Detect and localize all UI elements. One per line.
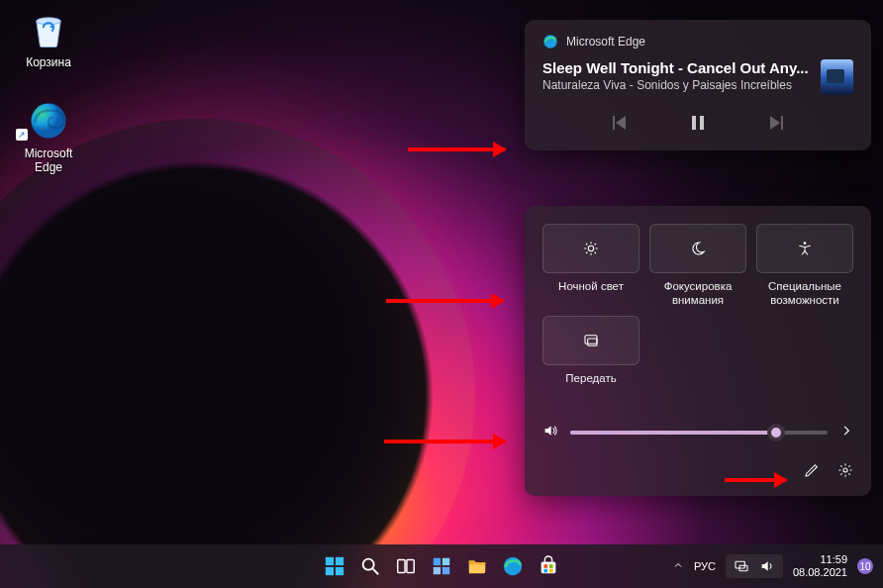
volume-slider[interactable] (570, 431, 828, 435)
svg-rect-18 (326, 557, 334, 565)
svg-line-11 (595, 252, 596, 253)
chevron-up-icon (672, 559, 684, 571)
gear-icon (837, 462, 853, 478)
edge-icon (502, 555, 524, 577)
desktop-icon-label: Microsoft Edge (10, 147, 87, 174)
recycle-bin-icon (28, 9, 69, 50)
volume-expand-button[interactable] (839, 424, 853, 441)
speaker-icon (759, 558, 775, 574)
network-icon (734, 558, 749, 574)
widgets-button[interactable] (427, 551, 456, 581)
edge-taskbar-button[interactable] (498, 551, 528, 581)
svg-rect-20 (326, 567, 334, 575)
play-pause-button[interactable] (688, 113, 708, 133)
svg-line-12 (586, 252, 587, 253)
svg-rect-15 (585, 335, 597, 343)
tray-chevron-button[interactable] (672, 559, 684, 573)
svg-rect-25 (407, 560, 414, 573)
settings-button[interactable] (837, 462, 853, 482)
svg-line-10 (586, 244, 587, 245)
language-indicator[interactable]: РУС (694, 560, 716, 572)
shortcut-overlay-icon: ↗ (16, 129, 28, 141)
night-light-button[interactable] (542, 224, 639, 273)
svg-rect-33 (549, 564, 553, 568)
taskbar-clock[interactable]: 11:59 08.08.2021 (793, 553, 847, 578)
brightness-icon (583, 241, 599, 256)
media-control-panel: Microsoft Edge Sleep Well Tonight - Canc… (525, 20, 871, 150)
accessibility-icon (797, 241, 813, 256)
search-button[interactable] (355, 551, 385, 581)
svg-rect-35 (549, 569, 553, 573)
svg-point-14 (804, 242, 807, 245)
qs-label: Ночной свет (542, 279, 639, 307)
svg-rect-31 (541, 561, 556, 573)
qs-tile-focus-assist: Фокусировка внимания (649, 224, 746, 308)
svg-rect-4 (700, 116, 704, 130)
pause-icon (688, 113, 708, 133)
edit-quick-settings-button[interactable] (804, 462, 820, 482)
edge-icon (28, 100, 69, 142)
svg-rect-32 (543, 564, 547, 568)
svg-rect-28 (434, 567, 441, 574)
annotation-arrow (384, 440, 505, 443)
taskbar-center (320, 551, 563, 581)
annotation-arrow (408, 147, 505, 151)
volume-slider-thumb[interactable] (767, 424, 785, 441)
system-tray-group[interactable] (726, 554, 783, 578)
moon-icon (690, 241, 706, 256)
qs-label: Передать (542, 371, 639, 399)
qs-label: Фокусировка внимания (649, 279, 746, 308)
chevron-right-icon (839, 424, 853, 438)
annotation-arrow (386, 299, 503, 303)
qs-label: Специальные возможности (756, 279, 853, 308)
next-track-button[interactable] (767, 113, 787, 133)
media-thumbnail (821, 59, 853, 95)
svg-line-13 (595, 244, 596, 245)
focus-assist-button[interactable] (649, 224, 746, 273)
folder-icon (466, 555, 488, 577)
svg-rect-24 (398, 560, 405, 573)
qs-tile-cast: Передать (542, 316, 639, 399)
qs-tile-night-light: Ночной свет (542, 224, 639, 308)
task-view-button[interactable] (391, 551, 421, 581)
edge-icon (542, 34, 558, 49)
svg-rect-26 (434, 558, 441, 565)
accessibility-button[interactable] (756, 224, 853, 273)
taskbar-tray: РУС 11:59 08.08.2021 10 (672, 553, 883, 578)
speaker-icon (542, 423, 558, 439)
svg-rect-3 (692, 116, 696, 130)
cast-icon (583, 333, 599, 348)
taskbar-date: 08.08.2021 (793, 566, 847, 579)
previous-track-button[interactable] (609, 113, 629, 133)
windows-logo-icon (324, 555, 345, 577)
svg-point-17 (843, 468, 847, 472)
media-artist: Naturaleza Viva - Sonidos y Paisajes Inc… (542, 78, 809, 94)
media-title: Sleep Well Tonight - Cancel Out Any... (542, 59, 809, 76)
svg-point-5 (588, 245, 593, 250)
svg-rect-19 (336, 557, 343, 565)
media-source-app: Microsoft Edge (566, 35, 645, 49)
pencil-icon (804, 462, 820, 478)
svg-rect-29 (442, 567, 449, 574)
notification-badge[interactable]: 10 (857, 558, 873, 574)
svg-rect-16 (588, 339, 597, 345)
cast-button[interactable] (542, 316, 639, 365)
svg-rect-21 (336, 567, 343, 575)
annotation-arrow (725, 478, 786, 482)
svg-point-22 (363, 559, 374, 570)
volume-slider-fill (570, 431, 776, 435)
store-button[interactable] (534, 551, 563, 581)
task-view-icon (395, 555, 417, 577)
file-explorer-button[interactable] (462, 551, 492, 581)
svg-line-23 (373, 569, 379, 575)
volume-icon[interactable] (542, 423, 558, 442)
svg-rect-36 (736, 561, 744, 568)
start-button[interactable] (320, 551, 349, 581)
store-icon (538, 555, 559, 577)
taskbar-time: 11:59 (793, 553, 847, 566)
skip-next-icon (767, 113, 787, 133)
desktop-icon-recycle-bin[interactable]: Корзина (10, 8, 87, 69)
skip-previous-icon (609, 113, 629, 133)
widgets-icon (431, 555, 452, 577)
qs-tile-accessibility: Специальные возможности (756, 224, 853, 308)
